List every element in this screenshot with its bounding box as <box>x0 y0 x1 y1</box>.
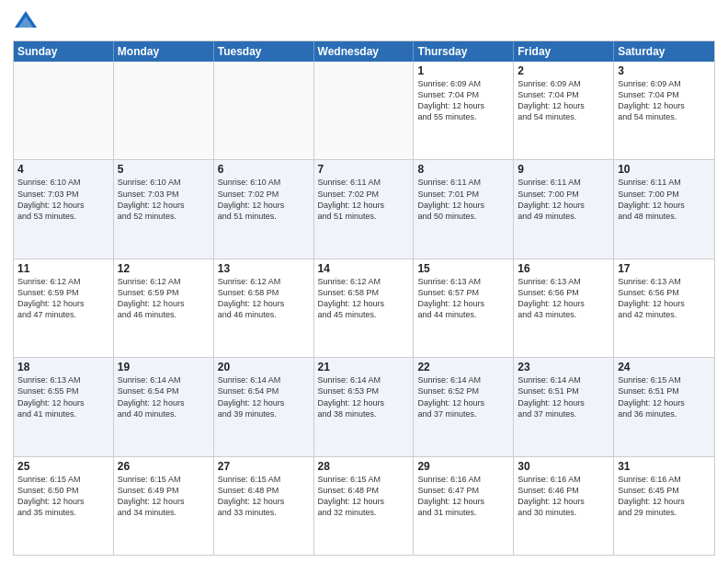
day-number: 29 <box>417 460 509 473</box>
header-cell-saturday: Saturday <box>614 41 714 62</box>
empty-cell <box>114 62 214 159</box>
header-cell-friday: Friday <box>514 41 614 62</box>
day-number: 4 <box>17 163 109 176</box>
day-number: 27 <box>218 460 310 473</box>
calendar-body: 1Sunrise: 6:09 AM Sunset: 7:04 PM Daylig… <box>14 62 714 555</box>
day-cell-6: 6Sunrise: 6:10 AM Sunset: 7:02 PM Daylig… <box>214 160 314 258</box>
day-info: Sunrise: 6:14 AM Sunset: 6:51 PM Dayligh… <box>518 374 609 419</box>
day-number: 19 <box>118 361 210 373</box>
day-number: 26 <box>118 460 210 473</box>
day-cell-19: 19Sunrise: 6:14 AM Sunset: 6:54 PM Dayli… <box>114 358 214 455</box>
day-cell-11: 11Sunrise: 6:12 AM Sunset: 6:59 PM Dayli… <box>14 259 114 357</box>
day-number: 25 <box>17 460 109 473</box>
day-cell-2: 2Sunrise: 6:09 AM Sunset: 7:04 PM Daylig… <box>514 62 614 159</box>
day-info: Sunrise: 6:14 AM Sunset: 6:54 PM Dayligh… <box>118 374 210 419</box>
day-cell-14: 14Sunrise: 6:12 AM Sunset: 6:58 PM Dayli… <box>314 259 415 357</box>
day-number: 8 <box>417 163 509 176</box>
day-info: Sunrise: 6:11 AM Sunset: 7:00 PM Dayligh… <box>518 177 609 222</box>
day-info: Sunrise: 6:11 AM Sunset: 7:02 PM Dayligh… <box>318 177 410 222</box>
day-info: Sunrise: 6:16 AM Sunset: 6:46 PM Dayligh… <box>518 474 609 519</box>
logo-icon <box>13 9 39 35</box>
day-cell-25: 25Sunrise: 6:15 AM Sunset: 6:50 PM Dayli… <box>14 457 114 555</box>
day-number: 28 <box>318 460 410 473</box>
day-info: Sunrise: 6:14 AM Sunset: 6:52 PM Dayligh… <box>417 374 509 419</box>
day-info: Sunrise: 6:13 AM Sunset: 6:55 PM Dayligh… <box>17 374 109 419</box>
day-number: 11 <box>17 262 109 275</box>
day-info: Sunrise: 6:12 AM Sunset: 6:58 PM Dayligh… <box>318 276 410 321</box>
day-number: 22 <box>417 361 509 373</box>
day-info: Sunrise: 6:11 AM Sunset: 7:00 PM Dayligh… <box>618 177 711 222</box>
day-cell-17: 17Sunrise: 6:13 AM Sunset: 6:56 PM Dayli… <box>614 259 714 357</box>
day-number: 5 <box>118 163 210 176</box>
day-number: 9 <box>518 163 609 176</box>
day-info: Sunrise: 6:12 AM Sunset: 6:59 PM Dayligh… <box>118 276 210 321</box>
day-number: 30 <box>518 460 609 473</box>
day-info: Sunrise: 6:16 AM Sunset: 6:45 PM Dayligh… <box>618 474 711 519</box>
day-info: Sunrise: 6:13 AM Sunset: 6:57 PM Dayligh… <box>417 276 509 321</box>
day-cell-15: 15Sunrise: 6:13 AM Sunset: 6:57 PM Dayli… <box>414 259 514 357</box>
day-info: Sunrise: 6:09 AM Sunset: 7:04 PM Dayligh… <box>417 78 509 123</box>
day-number: 14 <box>318 262 410 275</box>
day-number: 10 <box>618 163 711 176</box>
day-number: 15 <box>417 262 509 275</box>
day-info: Sunrise: 6:14 AM Sunset: 6:54 PM Dayligh… <box>218 374 310 419</box>
day-cell-7: 7Sunrise: 6:11 AM Sunset: 7:02 PM Daylig… <box>314 160 415 258</box>
header-cell-thursday: Thursday <box>414 41 514 62</box>
day-info: Sunrise: 6:12 AM Sunset: 6:59 PM Dayligh… <box>17 276 109 321</box>
calendar: SundayMondayTuesdayWednesdayThursdayFrid… <box>13 40 715 556</box>
day-info: Sunrise: 6:15 AM Sunset: 6:48 PM Dayligh… <box>218 474 310 519</box>
day-cell-22: 22Sunrise: 6:14 AM Sunset: 6:52 PM Dayli… <box>414 358 514 455</box>
day-info: Sunrise: 6:15 AM Sunset: 6:48 PM Dayligh… <box>318 474 410 519</box>
empty-cell <box>314 62 415 159</box>
day-cell-12: 12Sunrise: 6:12 AM Sunset: 6:59 PM Dayli… <box>114 259 214 357</box>
day-info: Sunrise: 6:09 AM Sunset: 7:04 PM Dayligh… <box>518 78 609 123</box>
day-cell-29: 29Sunrise: 6:16 AM Sunset: 6:47 PM Dayli… <box>414 457 514 555</box>
day-info: Sunrise: 6:11 AM Sunset: 7:01 PM Dayligh… <box>417 177 509 222</box>
day-number: 13 <box>218 262 310 275</box>
logo <box>13 9 42 35</box>
day-info: Sunrise: 6:13 AM Sunset: 6:56 PM Dayligh… <box>518 276 609 321</box>
day-cell-9: 9Sunrise: 6:11 AM Sunset: 7:00 PM Daylig… <box>514 160 614 258</box>
day-info: Sunrise: 6:12 AM Sunset: 6:58 PM Dayligh… <box>218 276 310 321</box>
calendar-header: SundayMondayTuesdayWednesdayThursdayFrid… <box>14 41 714 62</box>
day-number: 16 <box>518 262 609 275</box>
empty-cell <box>214 62 314 159</box>
header-cell-tuesday: Tuesday <box>214 41 314 62</box>
day-cell-20: 20Sunrise: 6:14 AM Sunset: 6:54 PM Dayli… <box>214 358 314 455</box>
day-number: 2 <box>518 64 609 77</box>
day-cell-4: 4Sunrise: 6:10 AM Sunset: 7:03 PM Daylig… <box>14 160 114 258</box>
day-number: 31 <box>618 460 711 473</box>
day-cell-23: 23Sunrise: 6:14 AM Sunset: 6:51 PM Dayli… <box>514 358 614 455</box>
day-info: Sunrise: 6:13 AM Sunset: 6:56 PM Dayligh… <box>618 276 711 321</box>
day-cell-30: 30Sunrise: 6:16 AM Sunset: 6:46 PM Dayli… <box>514 457 614 555</box>
day-number: 24 <box>618 361 711 373</box>
day-info: Sunrise: 6:15 AM Sunset: 6:50 PM Dayligh… <box>17 474 109 519</box>
day-number: 23 <box>518 361 609 373</box>
day-info: Sunrise: 6:10 AM Sunset: 7:03 PM Dayligh… <box>118 177 210 222</box>
day-number: 1 <box>417 64 509 77</box>
header-cell-sunday: Sunday <box>14 41 114 62</box>
day-cell-1: 1Sunrise: 6:09 AM Sunset: 7:04 PM Daylig… <box>414 62 514 159</box>
day-cell-3: 3Sunrise: 6:09 AM Sunset: 7:04 PM Daylig… <box>614 62 714 159</box>
calendar-week-1: 1Sunrise: 6:09 AM Sunset: 7:04 PM Daylig… <box>14 62 714 159</box>
day-cell-13: 13Sunrise: 6:12 AM Sunset: 6:58 PM Dayli… <box>214 259 314 357</box>
day-cell-28: 28Sunrise: 6:15 AM Sunset: 6:48 PM Dayli… <box>314 457 415 555</box>
header-cell-monday: Monday <box>114 41 214 62</box>
calendar-week-4: 18Sunrise: 6:13 AM Sunset: 6:55 PM Dayli… <box>14 357 714 455</box>
day-info: Sunrise: 6:10 AM Sunset: 7:02 PM Dayligh… <box>218 177 310 222</box>
day-cell-5: 5Sunrise: 6:10 AM Sunset: 7:03 PM Daylig… <box>114 160 214 258</box>
day-info: Sunrise: 6:09 AM Sunset: 7:04 PM Dayligh… <box>618 78 711 123</box>
calendar-week-3: 11Sunrise: 6:12 AM Sunset: 6:59 PM Dayli… <box>14 259 714 357</box>
day-info: Sunrise: 6:10 AM Sunset: 7:03 PM Dayligh… <box>17 177 109 222</box>
day-cell-21: 21Sunrise: 6:14 AM Sunset: 6:53 PM Dayli… <box>314 358 415 455</box>
day-cell-10: 10Sunrise: 6:11 AM Sunset: 7:00 PM Dayli… <box>614 160 714 258</box>
day-cell-27: 27Sunrise: 6:15 AM Sunset: 6:48 PM Dayli… <box>214 457 314 555</box>
header-cell-wednesday: Wednesday <box>314 41 415 62</box>
day-number: 3 <box>618 64 711 77</box>
day-info: Sunrise: 6:15 AM Sunset: 6:51 PM Dayligh… <box>618 374 711 419</box>
day-number: 6 <box>218 163 310 176</box>
day-number: 17 <box>618 262 711 275</box>
day-cell-24: 24Sunrise: 6:15 AM Sunset: 6:51 PM Dayli… <box>614 358 714 455</box>
calendar-week-2: 4Sunrise: 6:10 AM Sunset: 7:03 PM Daylig… <box>14 159 714 258</box>
day-info: Sunrise: 6:16 AM Sunset: 6:47 PM Dayligh… <box>417 474 509 519</box>
